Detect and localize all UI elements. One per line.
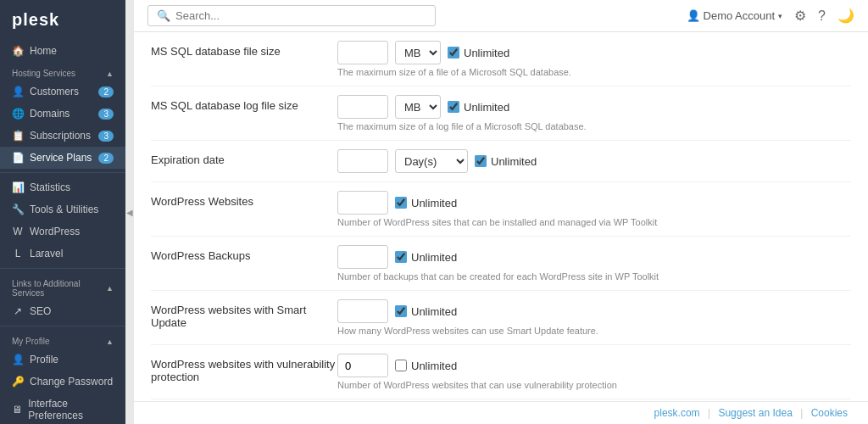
unlimited-vuln-protection: Unlimited <box>395 360 457 372</box>
footer-link-cookies[interactable]: Cookies <box>811 407 848 419</box>
sidebar-collapse-handle[interactable]: ◀ <box>125 0 134 424</box>
sidebar-item-change-password[interactable]: 🔑 Change Password <box>0 371 125 393</box>
controls-smart-update: Unlimited How many WordPress websites ca… <box>337 299 851 336</box>
unlimited-ms-sql-file-size: Unlimited <box>448 47 509 59</box>
hint-ms-sql-log: The maximum size of a log file of a Micr… <box>337 121 659 131</box>
sidebar-section-hosting: Hosting Services ▲ <box>0 62 125 81</box>
wordpress-icon: W <box>12 226 24 237</box>
select-ms-sql-log-size[interactable]: MBGB <box>395 95 441 119</box>
form-row-expiration: Expiration date Day(s)Month(s) Unlimited <box>151 141 851 182</box>
sidebar-label-customers: Customers <box>30 86 79 98</box>
sidebar-label-wordpress: WordPress <box>30 226 80 237</box>
profile-icon: 👤 <box>12 354 24 365</box>
checkbox-ms-sql-file-size[interactable] <box>448 47 459 59</box>
help-icon[interactable]: ? <box>818 8 826 24</box>
select-expiration[interactable]: Day(s)Month(s) <box>395 149 468 173</box>
sidebar: plesk 🏠 Home Hosting Services ▲ 👤 Custom… <box>0 0 125 424</box>
controls-wp-websites: Unlimited Number of WordPress sites that… <box>337 191 851 227</box>
hint-wp-backups: Number of backups that can be created fo… <box>337 271 659 282</box>
service-plans-badge: 2 <box>98 153 114 164</box>
unlimited-wp-websites: Unlimited <box>395 197 457 209</box>
hint-vuln-protection: Number of WordPress websites that can us… <box>337 380 659 390</box>
unlimited-label-ms-sql-file-size: Unlimited <box>464 47 509 59</box>
sidebar-item-subscriptions[interactable]: 📋 Subscriptions 3 <box>0 125 125 147</box>
sidebar-label-service-plans: Service Plans <box>30 152 92 164</box>
topbar: 🔍 👤 Demo Account ▾ ⚙ ? 🌙 <box>134 0 868 32</box>
select-ms-sql-file-size[interactable]: MBGB <box>395 41 441 64</box>
sidebar-item-service-plans[interactable]: 📄 Service Plans 2 <box>0 147 125 169</box>
sidebar-item-home[interactable]: 🏠 Home <box>0 40 125 62</box>
input-wp-backups[interactable] <box>337 245 388 269</box>
footer-link-plesk[interactable]: plesk.com <box>654 407 700 419</box>
sidebar-label-change-password: Change Password <box>30 376 113 388</box>
search-box[interactable]: 🔍 <box>147 5 436 26</box>
unlimited-label-smart-update: Unlimited <box>411 305 457 318</box>
app-logo: plesk <box>0 0 125 40</box>
sidebar-label-subscriptions: Subscriptions <box>30 130 91 142</box>
hosting-collapse-icon[interactable]: ▲ <box>106 70 114 78</box>
unlimited-expiration: Unlimited <box>475 155 537 168</box>
sidebar-item-profile[interactable]: 👤 Profile <box>0 349 125 371</box>
sidebar-item-seo[interactable]: ↗ SEO <box>0 300 125 322</box>
checkbox-expiration[interactable] <box>475 155 487 167</box>
controls-ms-sql-file-size: MBGB Unlimited The maximum size of a fil… <box>337 41 851 77</box>
profile-collapse-icon[interactable]: ▲ <box>106 338 114 346</box>
sidebar-label-home: Home <box>30 45 57 57</box>
label-ms-sql-log-size: MS SQL database log file size <box>151 95 337 112</box>
input-expiration[interactable] <box>337 149 388 173</box>
search-icon: 🔍 <box>157 9 170 22</box>
sidebar-item-interface-prefs[interactable]: 🖥 Interface Preferences <box>0 393 125 424</box>
input-smart-update[interactable] <box>337 299 388 323</box>
input-ms-sql-log-size[interactable] <box>337 95 388 119</box>
controls-wp-backups: Unlimited Number of backups that can be … <box>337 245 851 282</box>
account-dropdown-icon: ▾ <box>778 12 782 20</box>
label-smart-update: WordPress websites with Smart Update <box>151 299 337 329</box>
interface-icon: 🖥 <box>12 404 22 416</box>
page-footer: plesk.com | Suggest an Idea | Cookies <box>134 401 868 424</box>
search-input[interactable] <box>175 9 426 22</box>
sidebar-item-laravel[interactable]: L Laravel <box>0 243 125 265</box>
sidebar-label-laravel: Laravel <box>30 248 63 259</box>
input-ms-sql-file-size[interactable] <box>337 41 388 64</box>
account-menu[interactable]: 👤 Demo Account ▾ <box>687 9 783 22</box>
sidebar-label-domains: Domains <box>30 108 70 120</box>
hint-wp-websites: Number of WordPress sites that can be in… <box>337 217 659 227</box>
input-vuln-protection[interactable] <box>337 354 388 377</box>
sidebar-item-tools[interactable]: 🔧 Tools & Utilities <box>0 198 125 220</box>
statistics-icon: 📊 <box>12 181 24 193</box>
unlimited-label-vuln-protection: Unlimited <box>411 360 457 372</box>
unlimited-ms-sql-log: Unlimited <box>448 101 509 114</box>
checkbox-wp-backups[interactable] <box>395 251 407 263</box>
sidebar-label-tools: Tools & Utilities <box>30 204 98 215</box>
checkbox-wp-websites[interactable] <box>395 197 407 209</box>
sidebar-item-domains[interactable]: 🌐 Domains 3 <box>0 103 125 125</box>
settings-icon[interactable]: ⚙ <box>794 8 806 24</box>
sidebar-label-profile: Profile <box>30 354 58 365</box>
sidebar-item-customers[interactable]: 👤 Customers 2 <box>0 81 125 103</box>
user-profile-icon[interactable]: 🌙 <box>837 8 854 24</box>
controls-expiration: Day(s)Month(s) Unlimited <box>337 149 851 173</box>
links-collapse-icon[interactable]: ▲ <box>106 284 114 293</box>
label-wp-backups: WordPress Backups <box>151 245 337 262</box>
checkbox-vuln-protection[interactable] <box>395 360 407 371</box>
tools-icon: 🔧 <box>12 204 24 215</box>
main-content: 🔍 👤 Demo Account ▾ ⚙ ? 🌙 MS SQL database… <box>134 0 868 424</box>
account-user-icon: 👤 <box>687 9 700 22</box>
unlimited-label-wp-websites: Unlimited <box>411 197 457 209</box>
label-wp-websites: WordPress Websites <box>151 191 337 208</box>
unlimited-label-ms-sql-log: Unlimited <box>464 101 509 114</box>
label-expiration: Expiration date <box>151 149 337 166</box>
label-ms-sql-file-size: MS SQL database file size <box>151 41 337 58</box>
form-row-ms-sql-file-size: MS SQL database file size MBGB Unlimited… <box>151 32 851 86</box>
sidebar-item-wordpress[interactable]: W WordPress <box>0 220 125 243</box>
sidebar-divider-1 <box>0 172 125 173</box>
customers-badge: 2 <box>98 86 114 98</box>
footer-link-suggest[interactable]: Suggest an Idea <box>718 407 792 419</box>
sidebar-item-statistics[interactable]: 📊 Statistics <box>0 176 125 198</box>
form-row-smart-update: WordPress websites with Smart Update Unl… <box>151 291 851 345</box>
checkbox-ms-sql-log[interactable] <box>448 101 459 113</box>
sidebar-label-statistics: Statistics <box>30 181 70 193</box>
password-icon: 🔑 <box>12 376 24 388</box>
checkbox-smart-update[interactable] <box>395 305 407 317</box>
input-wp-websites[interactable] <box>337 191 388 215</box>
